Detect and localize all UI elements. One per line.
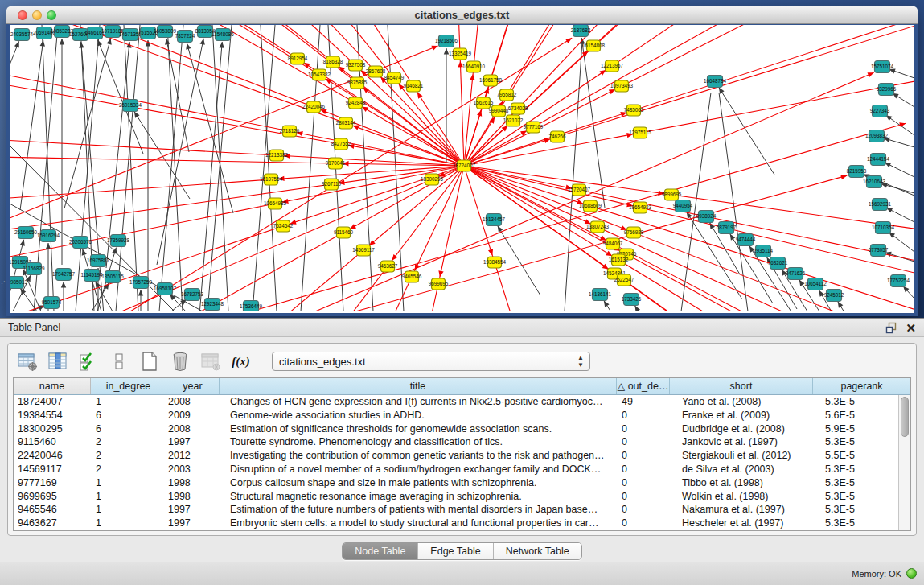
table-cell[interactable]: Genome-wide association studies in ADHD. <box>220 409 617 422</box>
table-cell[interactable]: 5.6E-5 <box>813 409 898 422</box>
table-cell[interactable]: Nakamura et al. (1997) <box>670 503 813 517</box>
table-settings-icon[interactable] <box>16 351 38 373</box>
desktop-resize-grip[interactable]: ⋰ <box>1 278 6 285</box>
table-cell[interactable]: Stergiakouli et al. (2012) <box>670 449 813 463</box>
table-cell[interactable]: 5.3E-5 <box>813 463 898 476</box>
float-panel-icon[interactable] <box>885 322 897 334</box>
table-cell[interactable]: 2012 <box>166 449 220 463</box>
table-cell[interactable]: de Silva et al. (2003) <box>670 463 813 476</box>
table-cell[interactable]: 1 <box>91 517 166 530</box>
table-cell[interactable]: 0 <box>617 422 670 436</box>
table-cell[interactable]: 1997 <box>166 517 220 530</box>
table-cell[interactable]: 5.9E-5 <box>813 422 898 436</box>
table-cell[interactable]: 1997 <box>166 435 220 449</box>
table-cell[interactable]: 2008 <box>166 422 220 436</box>
table-cell[interactable]: Tourette syndrome. Phenomenology and cla… <box>220 435 617 449</box>
table-cell[interactable]: 0 <box>617 435 670 449</box>
table-cell[interactable]: 5.3E-5 <box>813 503 898 517</box>
table-cell[interactable]: 49 <box>617 395 670 409</box>
table-cell[interactable]: 5.3E-5 <box>813 490 898 504</box>
column-header-in_degree[interactable]: in_degree <box>91 378 166 394</box>
table-cell[interactable]: 18300295 <box>14 422 91 436</box>
table-cell[interactable]: Changes of HCN gene expression and I(f) … <box>220 395 617 409</box>
table-row[interactable]: 946554611997Estimation of the future num… <box>14 503 898 517</box>
table-cell[interactable]: 5.3E-5 <box>813 476 898 490</box>
table-cell[interactable]: 9777169 <box>14 476 91 490</box>
table-row[interactable]: 911546021997Tourette syndrome. Phenomeno… <box>14 435 898 449</box>
close-panel-icon[interactable]: ✕ <box>906 322 916 334</box>
table-cell[interactable]: 5.3E-5 <box>813 435 898 449</box>
table-cell[interactable]: 9699695 <box>14 490 91 504</box>
table-vertical-scrollbar[interactable] <box>898 395 910 530</box>
column-header-short[interactable]: short <box>670 378 813 394</box>
table-cell[interactable]: 0 <box>617 409 670 422</box>
table-row[interactable]: 2242004622012Investigating the contribut… <box>14 449 898 463</box>
table-row[interactable]: 977716911998Corpus callosum shape and si… <box>14 476 898 490</box>
table-select-dropdown[interactable]: citations_edges.txt ▲▼ <box>272 352 590 371</box>
table-cell[interactable]: 1997 <box>166 503 220 517</box>
table-cell[interactable]: 19384554 <box>14 409 91 422</box>
select-all-rows-icon[interactable] <box>77 351 99 373</box>
new-table-icon[interactable] <box>138 351 160 373</box>
table-cell[interactable]: 2 <box>91 463 166 476</box>
table-row[interactable]: 1830029562008Estimation of significance … <box>14 422 898 436</box>
table-cell[interactable]: 6 <box>91 422 166 436</box>
table-cell[interactable]: 2009 <box>166 409 220 422</box>
table-cell[interactable]: 1 <box>91 503 166 517</box>
table-cell[interactable]: 6 <box>91 409 166 422</box>
table-cell[interactable]: 22420046 <box>14 449 91 463</box>
table-cell[interactable]: 0 <box>617 476 670 490</box>
column-header-title[interactable]: title <box>220 378 617 394</box>
table-row[interactable]: 1872400712008Changes of HCN gene express… <box>14 395 898 409</box>
table-cell[interactable]: Structural magnetic resonance image aver… <box>220 490 617 504</box>
table-cell[interactable]: 0 <box>617 463 670 476</box>
network-view[interactable]: 1872400718300295891295410543382224200462… <box>10 25 914 313</box>
table-cell[interactable]: 9115460 <box>14 435 91 449</box>
table-cell[interactable]: Franke et al. (2009) <box>670 409 813 422</box>
table-cell[interactable]: 14569117 <box>14 463 91 476</box>
table-cell[interactable]: 18724007 <box>14 395 91 409</box>
tab-node-table[interactable]: Node Table <box>343 543 418 559</box>
table-cell[interactable]: 2003 <box>166 463 220 476</box>
column-header-pagerank[interactable]: pagerank <box>813 378 910 394</box>
table-row[interactable]: 1938455462009Genome-wide association stu… <box>14 409 898 422</box>
table-cell[interactable]: Tibbo et al. (1998) <box>670 476 813 490</box>
table-cell[interactable]: 1998 <box>166 490 220 504</box>
table-cell[interactable]: 2 <box>91 435 166 449</box>
table-cell[interactable]: 0 <box>617 517 670 530</box>
table-cell[interactable]: 5.5E-5 <box>813 449 898 463</box>
table-cell[interactable]: Disruption of a novel member of a sodium… <box>220 463 617 476</box>
column-header-name[interactable]: name <box>14 378 91 394</box>
table-cell[interactable]: 1 <box>91 395 166 409</box>
table-cell[interactable]: Hescheler et al. (1997) <box>670 517 813 530</box>
tab-edge-table[interactable]: Edge Table <box>418 543 493 559</box>
table-cell[interactable]: 5.3E-5 <box>813 395 898 409</box>
table-cell[interactable]: Estimation of significance thresholds fo… <box>220 422 617 436</box>
table-cell[interactable]: 1 <box>91 490 166 504</box>
table-row[interactable]: 969969511998Structural magnetic resonanc… <box>14 490 898 504</box>
tab-network-table[interactable]: Network Table <box>494 543 581 559</box>
select-column-icon[interactable] <box>47 351 68 373</box>
function-builder-icon[interactable]: f(x) <box>230 351 252 373</box>
scrollbar-thumb[interactable] <box>901 397 909 437</box>
table-cell[interactable]: 5.3E-5 <box>813 517 898 530</box>
table-cell[interactable]: 1998 <box>166 476 220 490</box>
table-cell[interactable]: 0 <box>617 449 670 463</box>
clear-selection-icon[interactable] <box>108 351 129 373</box>
table-row[interactable]: 946362711997Embryonic stem cells: a mode… <box>14 517 898 530</box>
table-cell[interactable]: Investigating the contribution of common… <box>220 449 617 463</box>
table-cell[interactable]: 2008 <box>166 395 220 409</box>
table-cell[interactable]: Wolkin et al. (1998) <box>670 490 813 504</box>
table-row[interactable]: 1456911722003Disruption of a novel membe… <box>14 463 898 476</box>
table-cell[interactable]: Yano et al. (2008) <box>670 395 813 409</box>
table-cell[interactable]: Embryonic stem cells: a model to study s… <box>220 517 617 530</box>
column-header-year[interactable]: year <box>166 378 220 394</box>
table-cell[interactable]: 9463627 <box>14 517 91 530</box>
column-header-out_de[interactable]: △ out_de… <box>617 378 670 394</box>
table-cell[interactable]: Jankovic et al. (1997) <box>670 435 813 449</box>
table-cell[interactable]: 9465546 <box>14 503 91 517</box>
delete-rows-icon[interactable] <box>169 351 191 373</box>
table-cell[interactable]: 0 <box>617 490 670 504</box>
table-cell[interactable]: 0 <box>617 503 670 517</box>
table-cell[interactable]: 1 <box>91 476 166 490</box>
